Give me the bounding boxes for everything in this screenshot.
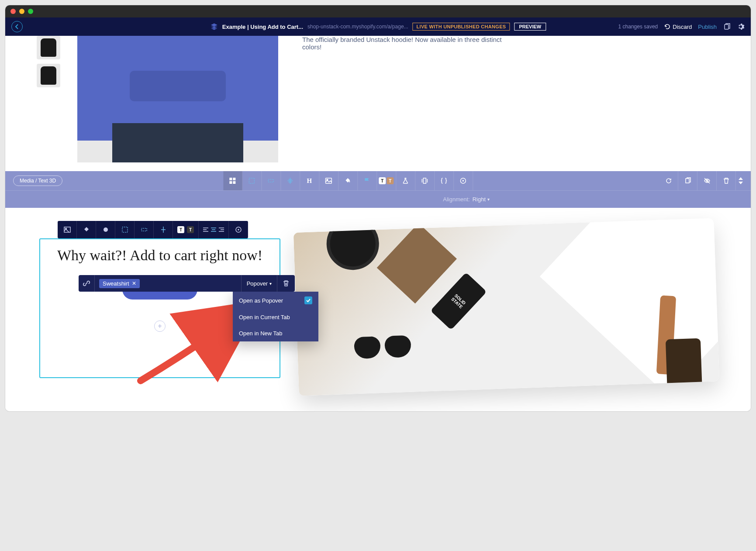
window-titlebar	[5, 5, 751, 17]
image-button[interactable]	[319, 171, 338, 190]
selection-tool[interactable]	[115, 221, 135, 238]
media-image[interactable]: SOLIDSTATE	[293, 218, 719, 396]
toolbar-right-group	[659, 171, 743, 190]
close-window-button[interactable]	[10, 9, 16, 14]
dropdown-option-label: Open in Current Tab	[239, 314, 290, 320]
gear-icon	[737, 23, 745, 31]
delete-section-button[interactable]	[717, 171, 736, 190]
width-button[interactable]	[262, 171, 281, 190]
svg-rect-0	[725, 24, 728, 29]
svg-rect-12	[686, 179, 689, 183]
text-align-tool[interactable]	[199, 221, 229, 238]
fill-tool[interactable]	[77, 221, 96, 238]
svg-point-11	[463, 180, 463, 181]
image-tool[interactable]	[58, 221, 77, 238]
columns-button[interactable]	[415, 171, 435, 190]
flask-icon	[402, 177, 409, 184]
link-icon	[83, 280, 90, 287]
align-center-button[interactable]	[281, 171, 300, 190]
status-badge: LIVE WITH UNPUBLISHED CHANGES	[413, 23, 510, 31]
svg-rect-2	[233, 178, 235, 180]
link-behavior-select[interactable]: Popover ▾	[242, 275, 277, 292]
discard-label: Discard	[673, 24, 692, 30]
remove-link-button[interactable]	[277, 280, 295, 287]
width-tool[interactable]	[135, 221, 154, 238]
saved-status: 1 changes saved	[618, 24, 658, 30]
product-main-image[interactable]	[77, 36, 278, 162]
experiment-button[interactable]	[396, 171, 415, 190]
svg-rect-17	[122, 227, 128, 232]
svg-rect-9	[423, 178, 426, 183]
align-center-icon	[211, 227, 216, 232]
link-behavior-dropdown: Open as Popover Open in Current Tab Open…	[233, 292, 318, 341]
align-center-icon	[287, 177, 293, 184]
copy-button[interactable]	[723, 23, 731, 31]
refresh-button[interactable]	[659, 171, 678, 190]
width-icon	[141, 226, 148, 233]
page-url: shop-unstack-com.myshopify.com/a/page...	[307, 24, 408, 30]
svg-rect-1	[229, 178, 232, 180]
svg-rect-4	[233, 181, 235, 184]
target-icon	[459, 177, 466, 184]
duplicate-button[interactable]	[678, 171, 697, 190]
heading-button[interactable]: H	[300, 171, 319, 190]
target-button[interactable]	[454, 171, 473, 190]
settings-button[interactable]	[737, 23, 745, 31]
svg-point-20	[238, 229, 239, 230]
chevron-down-icon	[739, 181, 743, 185]
dropdown-option-label: Open as Popover	[239, 297, 283, 304]
svg-rect-5	[249, 178, 254, 183]
minimize-window-button[interactable]	[19, 9, 24, 14]
preview-button[interactable]: PREVIEW	[514, 23, 546, 31]
grid-layout-button[interactable]	[223, 171, 242, 190]
link-icon-segment[interactable]	[79, 275, 95, 292]
section-type-pill[interactable]: Media / Text 3D	[13, 176, 62, 186]
paint-bucket-icon	[83, 226, 90, 233]
selection-icon	[248, 177, 255, 184]
link-url-input[interactable]	[142, 275, 237, 292]
add-element-button[interactable]: +	[154, 320, 166, 332]
fill-button[interactable]	[338, 171, 358, 190]
publish-button[interactable]: Publish	[698, 24, 717, 30]
headline-text[interactable]: Why wait?! Add to cart right now!	[48, 247, 272, 264]
copy-icon	[723, 23, 731, 31]
remove-tag-button[interactable]: ✕	[132, 280, 136, 286]
text-style-button[interactable]: TT	[377, 171, 396, 190]
image-icon	[325, 177, 332, 184]
maximize-window-button[interactable]	[28, 9, 33, 14]
paint-bucket-icon	[344, 177, 351, 184]
chevron-down-icon: ▾	[487, 197, 490, 202]
alignment-label: Alignment:	[443, 196, 469, 203]
shape-tool[interactable]	[96, 221, 115, 238]
reorder-arrows[interactable]	[739, 177, 743, 185]
image-icon	[64, 226, 71, 233]
product-section: The officially branded Unstack hoodie! N…	[5, 36, 751, 167]
editor-topbar: Example | Using Add to Cart... shop-unst…	[5, 17, 751, 36]
link-target-chip[interactable]: Sweatshirt ✕	[99, 279, 140, 288]
media-text-section: TT Why wait?! Add to cart right now! Add…	[5, 208, 751, 406]
back-button[interactable]	[11, 21, 23, 32]
thumbnail-1[interactable]	[37, 36, 60, 59]
discard-button[interactable]: Discard	[664, 23, 692, 30]
link-behavior-label: Popover	[247, 280, 268, 287]
align-tool[interactable]	[154, 221, 173, 238]
target-tool[interactable]	[229, 221, 248, 238]
dropdown-option-current-tab[interactable]: Open in Current Tab	[233, 309, 318, 325]
width-icon	[267, 177, 274, 184]
dropdown-option-label: Open in New Tab	[239, 330, 283, 337]
code-button[interactable]	[435, 171, 454, 190]
braces-icon	[440, 177, 447, 184]
thumbnail-2[interactable]	[37, 64, 60, 87]
visibility-button[interactable]	[697, 171, 717, 190]
dropdown-option-new-tab[interactable]: Open in New Tab	[233, 325, 318, 341]
app-window: Example | Using Add to Cart... shop-unst…	[5, 5, 751, 411]
dropdown-option-popover[interactable]: Open as Popover	[233, 292, 318, 309]
svg-rect-18	[142, 228, 147, 231]
text-style-tool[interactable]: TT	[173, 221, 199, 238]
flag-button[interactable]	[358, 171, 377, 190]
selection-icon	[121, 226, 128, 233]
select-area-button[interactable]	[242, 171, 262, 190]
alignment-row: Alignment: Right ▾	[5, 190, 751, 208]
alignment-select[interactable]: Right ▾	[473, 196, 490, 203]
copy-icon	[684, 177, 691, 184]
